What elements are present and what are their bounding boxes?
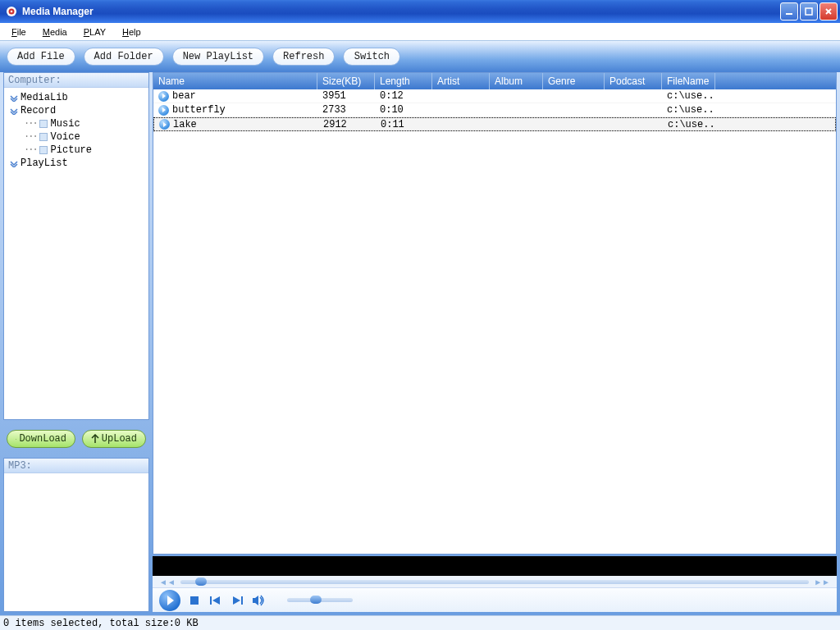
- chevron-down-icon: [9, 158, 19, 168]
- mp3-body: [4, 473, 148, 611]
- media-icon: [158, 91, 169, 102]
- stop-button[interactable]: [187, 593, 202, 608]
- menu-media[interactable]: Media: [36, 25, 74, 39]
- tree-connector-icon: ···: [24, 131, 37, 143]
- cell-length: 0:12: [375, 90, 432, 102]
- col-size[interactable]: Size(KB): [317, 73, 375, 89]
- cell-filename: c:\use...: [662, 90, 715, 102]
- minimize-button[interactable]: [780, 2, 798, 21]
- tree-connector-icon: ···: [24, 144, 37, 156]
- folder-icon: [39, 120, 48, 128]
- col-genre[interactable]: Genre: [543, 73, 605, 89]
- tree-record[interactable]: Record: [6, 104, 147, 117]
- tree-playlist[interactable]: PlayList: [6, 157, 147, 170]
- tree-music[interactable]: ···Music: [6, 117, 147, 130]
- arrow-up-icon: [91, 434, 99, 444]
- tree-label-medialib: MediaLib: [21, 92, 68, 103]
- cell-length: 0:10: [375, 104, 432, 116]
- cell-name: bear: [172, 90, 196, 102]
- tree-label-record: Record: [21, 105, 56, 116]
- cell-size: 2733: [317, 104, 375, 116]
- cell-name: butterfly: [172, 104, 226, 116]
- switch-button[interactable]: Switch: [343, 48, 400, 66]
- download-label: DownLoad: [19, 433, 66, 445]
- tree-medialib[interactable]: MediaLib: [6, 91, 147, 104]
- upload-button[interactable]: UpLoad: [82, 430, 146, 448]
- seek-forward-icon[interactable]: ►►: [814, 578, 830, 587]
- app-icon: [5, 5, 18, 18]
- close-button[interactable]: [819, 2, 838, 21]
- next-button[interactable]: [230, 593, 244, 608]
- computer-header: Computer:: [4, 73, 148, 88]
- volume-slider[interactable]: [287, 598, 353, 602]
- svg-marker-12: [233, 596, 240, 605]
- tree-label-playlist: PlayList: [21, 158, 68, 169]
- tree-picture[interactable]: ···Picture: [6, 144, 147, 157]
- seekbar[interactable]: ◄◄ ►►: [153, 576, 837, 587]
- svg-marker-14: [253, 596, 258, 605]
- col-length[interactable]: Length: [375, 73, 432, 89]
- seek-back-icon[interactable]: ◄◄: [159, 578, 176, 587]
- col-name[interactable]: Name: [153, 73, 317, 89]
- prev-button[interactable]: [208, 593, 223, 608]
- download-button[interactable]: DownLoad: [7, 430, 75, 448]
- titlebar: Media Manager: [0, 0, 840, 23]
- media-icon: [158, 105, 169, 116]
- menu-help[interactable]: Help: [116, 25, 148, 39]
- table-row[interactable]: lake29120:11c:\use...: [153, 117, 836, 131]
- svg-rect-9: [190, 596, 199, 605]
- mp3-header: MP3:: [4, 459, 148, 473]
- refresh-button[interactable]: Refresh: [272, 48, 335, 66]
- col-album[interactable]: Album: [490, 73, 543, 89]
- table-row[interactable]: bear39510:12c:\use...: [153, 89, 836, 103]
- visualizer: [153, 556, 837, 576]
- table-header: Name Size(KB) Length Artist Album Genre …: [153, 73, 836, 89]
- seek-track[interactable]: [180, 580, 809, 584]
- workspace: Computer: MediaLib Record ···Music ···Vo…: [0, 72, 840, 615]
- media-icon: [159, 119, 170, 130]
- window-title: Media Manager: [22, 6, 780, 17]
- svg-rect-10: [210, 596, 212, 605]
- svg-rect-3: [786, 13, 792, 15]
- col-artist[interactable]: Artist: [432, 73, 490, 89]
- menu-play[interactable]: PLAY: [77, 25, 112, 39]
- left-column: Computer: MediaLib Record ···Music ···Vo…: [3, 72, 149, 612]
- cell-size: 2912: [318, 119, 376, 130]
- tree-label-music: Music: [51, 118, 80, 130]
- menu-file[interactable]: File: [5, 25, 33, 39]
- statusbar: 0 items selected, total size:0 KB: [0, 615, 840, 630]
- menubar: File Media PLAY Help: [0, 23, 840, 41]
- svg-rect-13: [241, 596, 243, 605]
- add-folder-button[interactable]: Add Folder: [84, 48, 164, 66]
- svg-rect-4: [806, 8, 812, 15]
- col-podcast[interactable]: Podcast: [605, 73, 662, 89]
- mp3-panel: MP3:: [3, 458, 149, 612]
- seek-thumb[interactable]: [195, 578, 207, 586]
- tree-voice[interactable]: ···Voice: [6, 130, 147, 144]
- col-filename[interactable]: FileName: [662, 73, 715, 89]
- volume-icon[interactable]: [251, 593, 266, 608]
- tree: MediaLib Record ···Music ···Voice ···Pic…: [4, 88, 148, 419]
- folder-icon: [39, 133, 48, 141]
- cell-name: lake: [173, 119, 197, 130]
- add-file-button[interactable]: Add File: [7, 48, 75, 66]
- table-row[interactable]: butterfly27330:10c:\use...: [153, 103, 836, 117]
- maximize-button[interactable]: [800, 2, 818, 21]
- tree-label-picture: Picture: [51, 144, 92, 156]
- volume-thumb[interactable]: [310, 596, 322, 604]
- transfer-buttons: DownLoad UpLoad: [3, 425, 149, 453]
- new-playlist-button[interactable]: New PlayList: [172, 48, 264, 66]
- right-column: Name Size(KB) Length Artist Album Genre …: [153, 72, 837, 612]
- status-text: 0 items selected, total size:0 KB: [3, 618, 199, 629]
- computer-panel: Computer: MediaLib Record ···Music ···Vo…: [3, 72, 149, 420]
- cell-filename: c:\use...: [663, 119, 716, 130]
- chevron-down-icon: [9, 106, 19, 116]
- toolbar: Add File Add Folder New PlayList Refresh…: [0, 41, 840, 72]
- cell-size: 3951: [317, 90, 375, 102]
- arrow-down-icon: [16, 434, 16, 444]
- folder-icon: [39, 146, 48, 154]
- svg-marker-11: [212, 596, 220, 605]
- tree-connector-icon: ···: [24, 118, 37, 130]
- play-button[interactable]: [159, 590, 180, 611]
- cell-length: 0:11: [376, 119, 433, 130]
